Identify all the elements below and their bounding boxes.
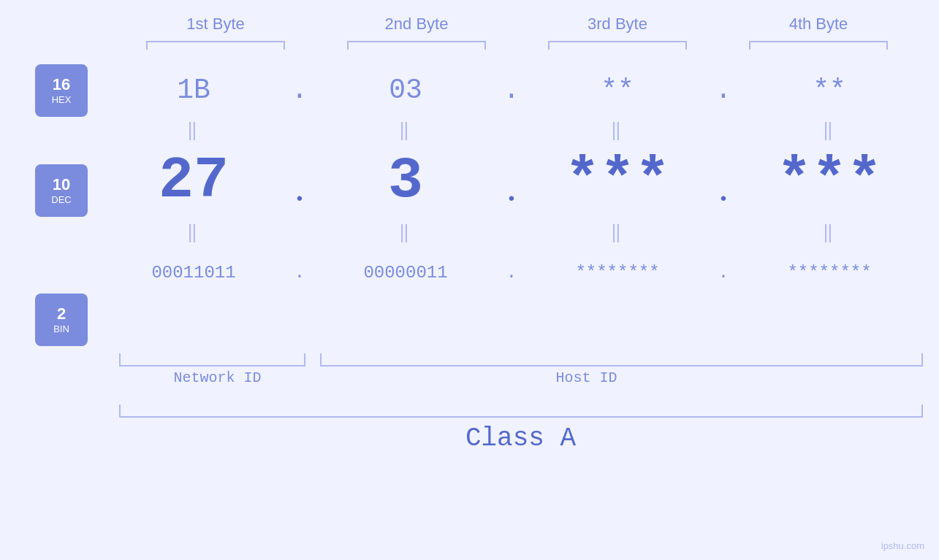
equals-row-2: ‖ ‖ ‖ ‖ <box>110 218 913 247</box>
bin-byte4: ******** <box>756 263 902 283</box>
host-id-label: Host ID <box>514 369 660 386</box>
badge-dec-num: 10 <box>53 176 70 193</box>
equals-8: ‖ <box>756 222 902 243</box>
dec-row: 27 • 3 • *** • *** <box>110 145 913 218</box>
equals-2: ‖ <box>332 120 479 141</box>
bracket-byte4 <box>749 41 888 50</box>
top-brackets <box>115 41 919 50</box>
equals-6: ‖ <box>332 222 479 243</box>
badge-hex-num: 16 <box>53 76 70 93</box>
bin-byte1: 00011011 <box>121 263 267 283</box>
main-container: 1st Byte 2nd Byte 3rd Byte 4th Byte 16 H… <box>0 0 939 560</box>
network-id-label: Network ID <box>152 369 284 386</box>
badge-dec: 10 DEC <box>35 164 88 217</box>
dot-dec-2: • <box>501 153 522 210</box>
dec-byte3: *** <box>544 152 691 210</box>
equals-4: ‖ <box>756 120 902 141</box>
badge-dec-label: DEC <box>51 194 71 205</box>
watermark: ipshu.com <box>881 540 924 551</box>
equals-7: ‖ <box>544 222 691 243</box>
class-bracket <box>119 404 923 418</box>
equals-row: ‖ ‖ ‖ ‖ <box>110 115 913 145</box>
class-label: Class A <box>119 423 923 453</box>
bottom-brackets: Network ID Host ID <box>119 353 923 390</box>
dot-hex-2: . <box>501 74 522 106</box>
network-bracket <box>119 353 305 367</box>
hex-row: 1B . 03 . ** . ** <box>110 64 913 115</box>
bracket-byte2 <box>347 41 486 50</box>
rows-wrapper: 16 HEX 10 DEC 2 BIN 1B . 03 . ** . ** <box>0 64 939 346</box>
bracket-byte1 <box>146 41 285 50</box>
byte-headers: 1st Byte 2nd Byte 3rd Byte 4th Byte <box>115 15 919 34</box>
hex-byte1: 1B <box>121 74 267 106</box>
badge-bin-label: BIN <box>53 323 69 334</box>
hex-byte2: 03 <box>332 74 479 106</box>
dec-byte1: 27 <box>121 152 267 210</box>
dot-dec-1: • <box>289 153 311 210</box>
dot-bin-1: . <box>289 263 311 283</box>
header-byte1: 1st Byte <box>128 15 303 34</box>
badges-column: 16 HEX 10 DEC 2 BIN <box>0 64 106 346</box>
badge-hex: 16 HEX <box>35 64 88 117</box>
badge-bin: 2 BIN <box>35 294 88 346</box>
dot-hex-3: . <box>712 74 734 106</box>
hex-byte3: ** <box>544 74 691 106</box>
class-section: Class A <box>119 404 923 453</box>
bracket-byte3 <box>548 41 687 50</box>
bin-row: 00011011 . 00000011 . ******** . *******… <box>110 247 913 298</box>
data-section: 1B . 03 . ** . ** ‖ ‖ ‖ ‖ 27 • <box>106 64 939 346</box>
dot-dec-3: • <box>712 153 734 210</box>
dot-hex-1: . <box>289 74 311 106</box>
equals-5: ‖ <box>121 222 267 243</box>
header-byte3: 3rd Byte <box>530 15 705 34</box>
bin-byte2: 00000011 <box>332 263 479 283</box>
dec-byte2: 3 <box>332 152 479 210</box>
badge-hex-label: HEX <box>52 94 72 105</box>
dot-bin-3: . <box>712 263 734 283</box>
equals-3: ‖ <box>544 120 691 141</box>
badge-bin-num: 2 <box>57 305 66 323</box>
equals-1: ‖ <box>121 120 267 141</box>
host-bracket <box>320 353 923 367</box>
dot-bin-2: . <box>501 263 522 283</box>
dec-byte4: *** <box>756 152 902 210</box>
hex-byte4: ** <box>756 74 902 106</box>
header-byte2: 2nd Byte <box>329 15 504 34</box>
header-byte4: 4th Byte <box>731 15 906 34</box>
bin-byte3: ******** <box>544 263 691 283</box>
